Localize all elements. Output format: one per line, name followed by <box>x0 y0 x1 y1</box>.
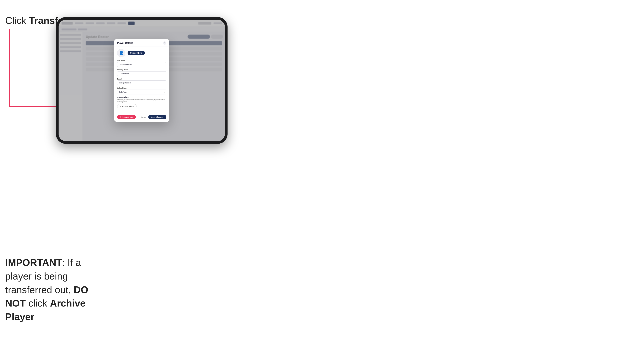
modal-footer: ⬇ Archive Player Cancel Save Changes <box>114 113 169 122</box>
email-label: Email <box>117 78 166 80</box>
modal-overlay: Player Details × 👤 Upload Photo Full Nam <box>58 20 225 141</box>
avatar-placeholder: 👤 <box>117 49 125 57</box>
photo-upload-row: 👤 Upload Photo <box>117 49 166 57</box>
instruction-bottom: IMPORTANT: If a player is being transfer… <box>5 256 110 324</box>
user-icon: 👤 <box>119 51 124 55</box>
tablet-screen: Update Roster Player Details × <box>58 20 225 141</box>
transfer-player-button[interactable]: ↻ Transfer Player <box>117 104 136 108</box>
upload-photo-button[interactable]: Upload Photo <box>128 51 145 55</box>
transfer-section-label: Transfer Player <box>117 96 166 98</box>
display-name-group: Display Name <box>117 69 166 76</box>
full-name-label: Full Name <box>117 60 166 62</box>
modal-header: Player Details × <box>114 39 169 47</box>
cancel-button[interactable]: Cancel <box>141 116 146 118</box>
display-name-label: Display Name <box>117 69 166 71</box>
save-changes-button[interactable]: Save Changes <box>148 115 166 119</box>
school-year-group: School Year First Year Second Year Third… <box>117 87 166 94</box>
email-input[interactable] <box>117 80 166 85</box>
instruction-important: IMPORTANT <box>5 257 62 268</box>
instruction-rest2: click <box>26 298 50 309</box>
modal-title: Player Details <box>117 41 133 44</box>
player-details-modal: Player Details × 👤 Upload Photo Full Nam <box>114 39 169 122</box>
arrow-vertical <box>9 29 10 107</box>
transfer-player-section: Transfer Player If this player has moved… <box>117 96 166 108</box>
archive-button-label: Archive Player <box>122 116 134 118</box>
transfer-icon: ↻ <box>120 105 121 107</box>
instruction-prefix: Click <box>5 15 29 26</box>
full-name-group: Full Name <box>117 60 166 67</box>
modal-body: 👤 Upload Photo Full Name Display Name <box>114 47 169 113</box>
school-year-label: School Year <box>117 87 166 89</box>
modal-close-button[interactable]: × <box>163 41 166 45</box>
full-name-input[interactable] <box>117 62 166 67</box>
archive-icon: ⬇ <box>119 116 121 118</box>
email-group: Email <box>117 78 166 85</box>
transfer-section-description: If this player has moved to another scho… <box>117 99 166 103</box>
archive-player-button[interactable]: ⬇ Archive Player <box>117 115 136 119</box>
display-name-input[interactable] <box>117 71 166 76</box>
school-year-select-wrapper: First Year Second Year Third Year Fourth… <box>117 90 166 94</box>
footer-right-buttons: Cancel Save Changes <box>141 115 166 119</box>
transfer-button-label: Transfer Player <box>122 105 134 107</box>
school-year-select[interactable]: First Year Second Year Third Year Fourth… <box>117 90 166 94</box>
tablet-frame: Update Roster Player Details × <box>56 17 228 144</box>
